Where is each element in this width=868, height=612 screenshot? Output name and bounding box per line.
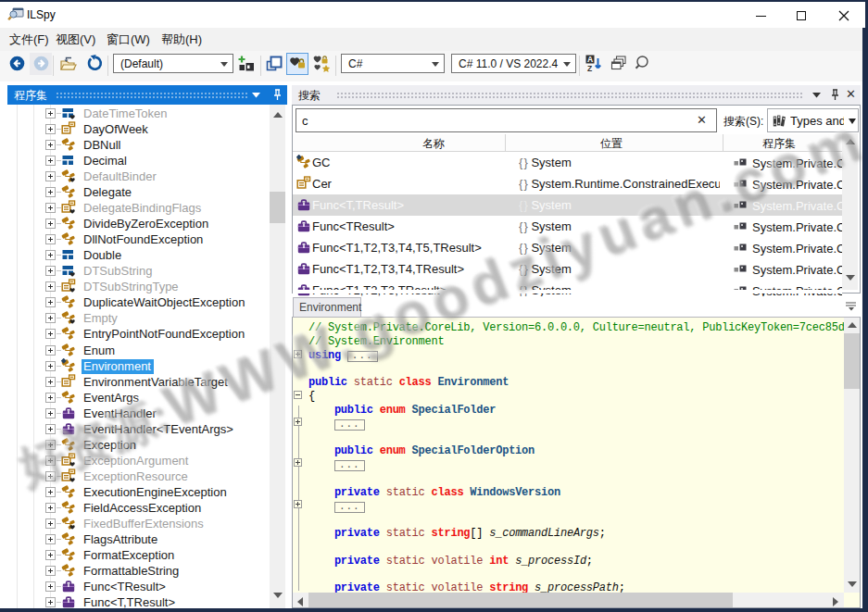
svg-text:A: A <box>587 55 593 64</box>
svg-text:Z: Z <box>587 64 592 73</box>
